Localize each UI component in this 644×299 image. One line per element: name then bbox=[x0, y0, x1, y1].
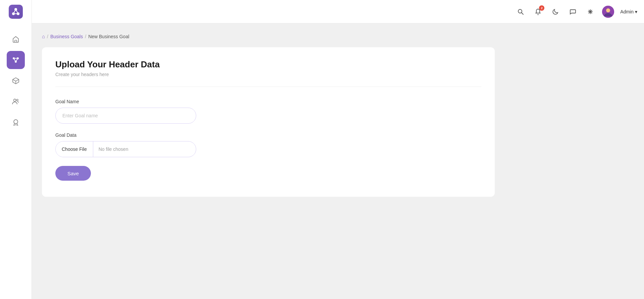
grid-icon[interactable] bbox=[585, 6, 596, 17]
card-subtitle: Create your headers here bbox=[55, 72, 481, 77]
dark-mode-icon[interactable] bbox=[550, 6, 561, 17]
svg-point-26 bbox=[14, 120, 18, 124]
notification-badge: 2 bbox=[539, 5, 544, 11]
sidebar-item-award[interactable] bbox=[7, 113, 25, 131]
svg-line-3 bbox=[13, 9, 16, 14]
goal-name-label: Goal Name bbox=[55, 99, 481, 104]
topbar-actions: 2 Admin bbox=[515, 6, 637, 18]
choose-file-button[interactable]: Choose File bbox=[56, 141, 93, 157]
svg-line-7 bbox=[522, 13, 523, 14]
card-divider bbox=[55, 86, 481, 87]
breadcrumb-sep-2: / bbox=[85, 34, 86, 39]
sidebar bbox=[0, 23, 32, 299]
save-button[interactable]: Save bbox=[55, 166, 91, 181]
chat-icon[interactable] bbox=[567, 6, 579, 17]
sidebar-item-home[interactable] bbox=[7, 30, 25, 48]
notification-icon[interactable]: 2 bbox=[532, 6, 544, 17]
goal-data-label: Goal Data bbox=[55, 132, 481, 138]
goal-name-group: Goal Name bbox=[55, 99, 481, 124]
logo-icon bbox=[9, 5, 23, 19]
topbar-logo-area bbox=[0, 0, 32, 23]
breadcrumb-current: New Business Goal bbox=[88, 34, 129, 39]
goal-name-input[interactable] bbox=[55, 108, 196, 124]
card-title: Upload Your Header Data bbox=[55, 59, 481, 70]
upload-card: Upload Your Header Data Create your head… bbox=[42, 47, 495, 197]
goal-data-group: Goal Data Choose File No file chosen bbox=[55, 132, 481, 157]
svg-point-24 bbox=[14, 99, 16, 102]
admin-dropdown[interactable]: Admin ▾ bbox=[620, 9, 637, 14]
file-input-wrapper: Choose File No file chosen bbox=[55, 141, 196, 157]
search-icon[interactable] bbox=[515, 6, 526, 17]
svg-point-6 bbox=[518, 9, 522, 13]
svg-rect-14 bbox=[15, 40, 17, 42]
breadcrumb: ⌂ / Business Goals / New Business Goal bbox=[42, 34, 634, 39]
svg-line-4 bbox=[16, 9, 18, 14]
sidebar-item-users[interactable] bbox=[7, 93, 25, 111]
svg-line-18 bbox=[14, 58, 16, 62]
home-breadcrumb-icon[interactable]: ⌂ bbox=[42, 34, 45, 39]
breadcrumb-business-goals[interactable]: Business Goals bbox=[50, 34, 83, 39]
avatar[interactable] bbox=[602, 6, 614, 18]
svg-point-13 bbox=[606, 8, 610, 12]
breadcrumb-sep-1: / bbox=[47, 34, 48, 39]
sidebar-item-flow[interactable] bbox=[7, 51, 25, 69]
sidebar-item-box[interactable] bbox=[7, 72, 25, 90]
main-content: ⌂ / Business Goals / New Business Goal U… bbox=[32, 23, 644, 299]
svg-line-22 bbox=[13, 79, 16, 81]
no-file-text: No file chosen bbox=[93, 146, 196, 152]
svg-point-25 bbox=[16, 99, 18, 101]
svg-line-19 bbox=[16, 58, 18, 62]
topbar: 2 Admin bbox=[0, 0, 644, 23]
svg-line-23 bbox=[16, 79, 19, 81]
